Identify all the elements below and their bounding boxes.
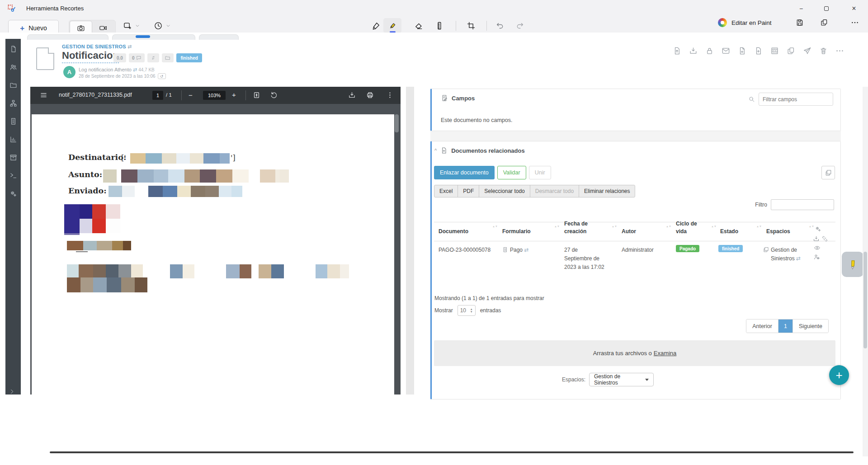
more-options-button[interactable] — [851, 19, 859, 27]
edit-in-paint-button[interactable]: Editar en Paint — [718, 18, 772, 27]
pdf-menu-icon[interactable] — [40, 91, 47, 99]
add-fab-button[interactable]: + — [829, 365, 849, 385]
gears-icon[interactable] — [815, 225, 821, 232]
add-file-icon[interactable] — [754, 47, 763, 55]
download-icon[interactable] — [689, 47, 698, 55]
validate-button[interactable]: Validar — [497, 166, 526, 179]
cell-formulario[interactable]: Pago ⇄ — [502, 246, 528, 254]
gears-icon[interactable] — [9, 190, 17, 197]
redo-button[interactable] — [515, 21, 524, 30]
maximize-button[interactable] — [816, 0, 837, 17]
highlighter-tool-button[interactable] — [388, 21, 397, 30]
trash-icon[interactable] — [819, 47, 828, 55]
snip-shape-dropdown[interactable] — [123, 21, 140, 30]
save-button[interactable] — [796, 19, 804, 27]
column-header-fecha[interactable]: Fecha de creación — [564, 220, 605, 235]
delay-dropdown[interactable] — [154, 21, 170, 30]
download-icon[interactable] — [813, 235, 820, 242]
eraser-tool-button[interactable] — [414, 21, 423, 30]
zoom-in-button[interactable]: + — [232, 91, 236, 99]
sort-icon[interactable]: ▲▼ — [554, 225, 560, 228]
pdf-scrollbar-thumb[interactable] — [395, 114, 399, 132]
pen-tool-button[interactable] — [372, 21, 381, 30]
user-gear-icon[interactable] — [813, 254, 820, 260]
users-icon[interactable] — [9, 63, 17, 71]
column-header-estado[interactable]: Estado — [720, 228, 738, 235]
entries-spinner[interactable]: 10▲▼ — [458, 305, 476, 316]
eye-icon[interactable] — [814, 244, 821, 251]
sort-icon[interactable]: ▲▼ — [612, 225, 617, 228]
column-header-ciclo[interactable]: Ciclo de vida — [676, 220, 703, 235]
table-filter-input[interactable] — [771, 199, 834, 210]
column-header-formulario[interactable]: Formulario — [502, 228, 531, 235]
zoom-out-button[interactable]: − — [189, 91, 193, 99]
chart-icon[interactable] — [9, 136, 17, 143]
column-header-documento[interactable]: Documento — [439, 228, 468, 235]
ruler-tool-button[interactable] — [435, 21, 444, 30]
sort-icon[interactable]: ▲▼ — [492, 225, 498, 228]
cell-espacios[interactable]: Gestion de Siniestros ⇄ — [763, 246, 814, 263]
pdf-file-icon[interactable] — [738, 47, 746, 55]
version-badge[interactable]: 0.0 — [113, 53, 126, 62]
cell-documento[interactable]: PAGO-23-000005078 — [439, 246, 491, 254]
document-title[interactable]: Notificacion — [62, 50, 119, 63]
browse-link[interactable]: Examina — [654, 350, 677, 357]
ellipsis-icon[interactable] — [835, 47, 844, 55]
unlink-icon[interactable] — [821, 235, 828, 242]
document-icon[interactable] — [9, 45, 17, 53]
send-icon[interactable] — [803, 47, 811, 55]
related-header[interactable]: ^ Documentos relacionados — [434, 147, 525, 154]
pdf-page-input[interactable]: 1 — [152, 91, 163, 100]
abacus-icon[interactable] — [770, 47, 779, 55]
sort-icon[interactable]: ▲▼ — [711, 225, 717, 228]
collapse-caret-icon[interactable]: ^ — [434, 148, 437, 153]
delete-relations-button[interactable]: Eliminar relaciones — [579, 185, 635, 197]
document-list-button[interactable] — [821, 166, 835, 179]
comments-badge[interactable]: 0 — [129, 53, 145, 62]
column-header-autor[interactable]: Autor — [622, 228, 636, 235]
link-document-button[interactable]: Enlazar documento — [434, 166, 495, 179]
terminal-icon[interactable] — [9, 172, 17, 179]
pagination-page-1[interactable]: 1 — [778, 319, 793, 333]
pagination-prev[interactable]: Anterior — [746, 319, 778, 333]
mail-icon[interactable] — [722, 47, 730, 55]
copy-button[interactable] — [820, 19, 828, 27]
export-excel-button[interactable]: Excel — [434, 185, 458, 197]
undo-button[interactable] — [495, 21, 505, 30]
folder-badge[interactable] — [162, 53, 174, 62]
file-upload-icon[interactable] — [673, 47, 681, 55]
sort-icon[interactable]: ▲▼ — [809, 225, 814, 228]
campos-filter-input[interactable] — [759, 93, 833, 106]
select-all-button[interactable]: Seleccionar todo — [479, 185, 530, 197]
deselect-all-button[interactable]: Desmarcar todo — [530, 185, 579, 197]
close-button[interactable]: × — [844, 0, 864, 17]
pdf-more-icon[interactable] — [386, 91, 394, 99]
sidebar-expand-icon[interactable] — [9, 389, 15, 395]
column-header-espacios[interactable]: Espacios — [766, 228, 790, 235]
lifecycle-badge[interactable] — [147, 53, 159, 62]
sort-icon[interactable]: ▲▼ — [666, 225, 671, 228]
print-icon[interactable] — [366, 91, 374, 99]
pagination-next[interactable]: Siguiente — [793, 319, 828, 333]
minimize-button[interactable]: − — [791, 0, 811, 17]
archive-icon[interactable] — [9, 154, 17, 161]
panel-splitter[interactable] — [406, 87, 414, 395]
sort-icon[interactable]: ▲▼ — [756, 225, 762, 228]
rotate-icon[interactable] — [270, 91, 278, 99]
space-breadcrumb[interactable]: GESTION DE SINIESTROS ⇄ — [62, 44, 132, 50]
spaces-select[interactable]: Gestion de Siniestros — [589, 373, 654, 386]
folder-icon[interactable] — [9, 81, 17, 89]
lock-icon[interactable] — [705, 47, 714, 55]
file-lines-icon[interactable] — [9, 117, 17, 125]
merge-button[interactable]: Unir — [529, 166, 551, 179]
crop-tool-button[interactable] — [467, 21, 476, 30]
fit-page-icon[interactable] — [253, 91, 260, 99]
zoom-level[interactable]: 103% — [203, 91, 226, 100]
pdf-download-icon[interactable] — [348, 91, 356, 99]
export-pdf-button[interactable]: PDF — [458, 185, 479, 197]
page-scrollbar-thumb[interactable] — [863, 252, 867, 348]
file-dropzone[interactable]: Arrastra tus archivos o Examina — [434, 340, 835, 366]
sitemap-icon[interactable] — [9, 99, 17, 107]
copy-icon[interactable] — [787, 47, 795, 55]
history-icon[interactable]: ↺ — [158, 73, 166, 79]
